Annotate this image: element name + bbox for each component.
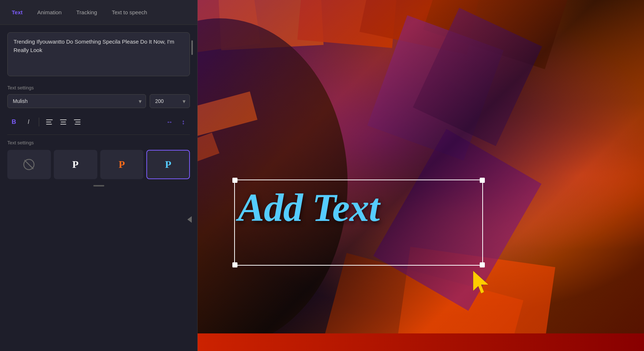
style-preset-plain[interactable]: P: [54, 150, 97, 179]
style-preset-none[interactable]: [7, 150, 51, 179]
text-settings-label-1: Text settings: [7, 85, 190, 90]
svg-rect-25: [75, 124, 80, 125]
svg-rect-19: [46, 124, 52, 125]
font-select[interactable]: Mulish Arial Helvetica Georgia Roboto Op…: [7, 94, 146, 108]
svg-rect-18: [46, 122, 51, 122]
sidebar-edge[interactable]: [187, 216, 192, 223]
canvas-area[interactable]: Add Text: [198, 0, 644, 351]
font-select-wrapper: Mulish Arial Helvetica Georgia Roboto Op…: [7, 94, 146, 108]
tab-animation[interactable]: Animation: [31, 6, 68, 18]
handle-top-right[interactable]: [480, 178, 485, 183]
italic-button[interactable]: I: [22, 115, 35, 129]
svg-rect-17: [46, 119, 53, 120]
sidebar-content: Trending Ifyouwantto Do Something Specil…: [0, 25, 197, 351]
size-select-wrapper: 200 100 150 250 300: [150, 94, 190, 108]
bottom-strip: [198, 333, 644, 351]
handle-top-left[interactable]: [232, 178, 237, 183]
sidebar-panel: Text Animation Tracking Text to speech T…: [0, 0, 198, 351]
scroll-down-indicator: [7, 185, 190, 186]
format-toolbar: B I: [7, 113, 190, 135]
tab-tracking[interactable]: Tracking: [70, 6, 103, 18]
scrollbar-thumb: [191, 40, 193, 55]
align-center-button[interactable]: [57, 115, 70, 129]
handle-bottom-left[interactable]: [232, 262, 237, 267]
svg-rect-20: [60, 119, 67, 120]
align-group: [43, 115, 84, 129]
svg-rect-24: [75, 122, 80, 122]
style-preset-outlined[interactable]: P: [146, 150, 190, 179]
svg-rect-21: [61, 122, 66, 122]
svg-rect-22: [60, 124, 66, 125]
spacing-group: ↔ ↕: [163, 115, 190, 129]
bold-button[interactable]: B: [7, 115, 20, 129]
selection-box: [234, 180, 483, 266]
font-settings-row: Mulish Arial Helvetica Georgia Roboto Op…: [7, 94, 190, 108]
svg-marker-28: [473, 271, 488, 293]
cursor-pointer: [470, 271, 490, 296]
style-presets-grid: P P P: [7, 150, 190, 179]
tab-bar: Text Animation Tracking Text to speech: [0, 0, 197, 25]
text-settings-label-2: Text settings: [7, 140, 190, 145]
align-left-button[interactable]: [43, 115, 56, 129]
letter-spacing-button[interactable]: ↔: [163, 115, 176, 129]
svg-rect-23: [74, 119, 80, 120]
handle-bottom-right[interactable]: [480, 262, 485, 267]
style-preset-orange[interactable]: P: [100, 150, 144, 179]
size-select[interactable]: 200 100 150 250 300: [150, 94, 190, 108]
line-height-button[interactable]: ↕: [177, 115, 190, 129]
align-right-button[interactable]: [71, 115, 84, 129]
text-input[interactable]: Trending Ifyouwantto Do Something Specil…: [7, 32, 190, 76]
tab-text[interactable]: Text: [6, 6, 29, 18]
svg-line-27: [25, 160, 33, 169]
separator-1: [39, 118, 39, 126]
canvas-overlay: [198, 0, 644, 351]
tab-tts[interactable]: Text to speech: [106, 6, 153, 18]
